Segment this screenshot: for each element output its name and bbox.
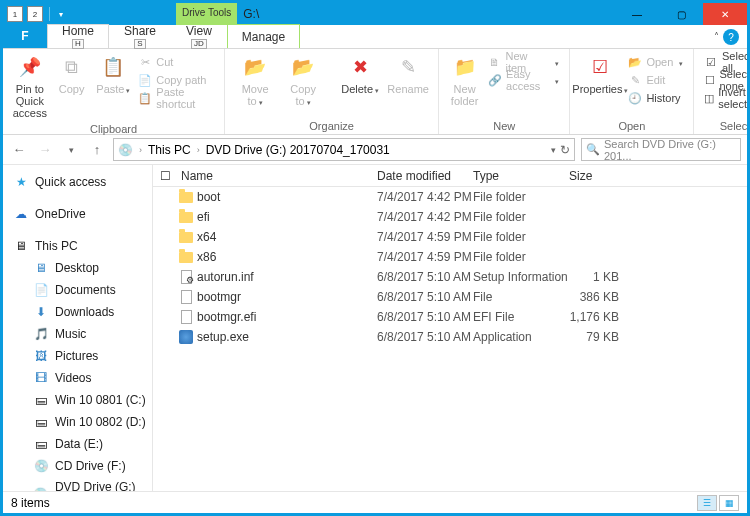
- file-size: 79 KB: [569, 330, 625, 344]
- copy-to-button[interactable]: 📂Copy to: [279, 51, 327, 111]
- paste-label: Paste: [96, 83, 130, 97]
- file-row[interactable]: bootmgr.efi6/8/2017 5:10 AMEFI File1,176…: [153, 307, 747, 327]
- nav-pictures[interactable]: Pictures: [3, 345, 152, 367]
- properties-button[interactable]: ☑Properties: [576, 51, 624, 99]
- file-tab[interactable]: F: [3, 24, 47, 48]
- rename-icon: ✎: [393, 53, 423, 81]
- pin-icon: 📌: [15, 53, 45, 81]
- file-rows: boot7/4/2017 4:42 PMFile folderefi7/4/20…: [153, 187, 747, 491]
- pictures-icon: [33, 348, 49, 364]
- nav-drive-g[interactable]: DVD Drive (G:) 20: [3, 477, 152, 491]
- qat-dropdown-icon[interactable]: ▾: [56, 6, 66, 22]
- nav-label: Pictures: [55, 349, 98, 363]
- title-bar: 1 2 ▾ Drive Tools G:\ — ▢ ✕: [3, 3, 747, 25]
- delete-label: Delete: [341, 83, 379, 97]
- paste-shortcut-button[interactable]: 📋Paste shortcut: [138, 89, 214, 107]
- copy-button[interactable]: ⧉ Copy: [51, 51, 93, 97]
- history-label: History: [646, 92, 680, 104]
- edit-label: Edit: [646, 74, 665, 86]
- nav-desktop[interactable]: Desktop: [3, 257, 152, 279]
- nav-label: Downloads: [55, 305, 114, 319]
- file-date: 7/4/2017 4:59 PM: [377, 250, 473, 264]
- file-name: bootmgr.efi: [195, 310, 377, 324]
- file-row[interactable]: autorun.inf6/8/2017 5:10 AMSetup Informa…: [153, 267, 747, 287]
- manage-tab[interactable]: Manage: [227, 24, 300, 48]
- delete-button[interactable]: ✖Delete: [336, 51, 384, 99]
- column-header-type[interactable]: Type: [473, 169, 569, 183]
- file-row[interactable]: x647/4/2017 4:59 PMFile folder: [153, 227, 747, 247]
- share-tab[interactable]: Share S: [109, 24, 171, 48]
- history-button[interactable]: 🕘History: [628, 89, 683, 107]
- collapse-ribbon-icon[interactable]: ˄: [714, 31, 719, 42]
- drive-tools-context-tab: Drive Tools: [176, 3, 237, 25]
- open-button[interactable]: 📂Open: [628, 53, 683, 71]
- address-dropdown-icon[interactable]: ▾: [551, 145, 556, 155]
- pin-to-quick-access-button[interactable]: 📌 Pin to Quick access: [9, 51, 51, 121]
- file-type: File folder: [473, 230, 569, 244]
- breadcrumb-this-pc[interactable]: This PC: [148, 143, 191, 157]
- search-box[interactable]: 🔍 Search DVD Drive (G:) 201...: [581, 138, 741, 161]
- large-icons-view-button[interactable]: ▦: [719, 495, 739, 511]
- easy-access-button[interactable]: 🔗Easy access: [488, 71, 559, 89]
- file-row[interactable]: x867/4/2017 4:59 PMFile folder: [153, 247, 747, 267]
- select-all-checkbox[interactable]: ☐: [153, 169, 177, 183]
- settings-file-icon: [181, 270, 192, 284]
- column-header-date[interactable]: Date modified: [377, 169, 473, 183]
- details-view-button[interactable]: ☰: [697, 495, 717, 511]
- chevron-down-icon: [553, 56, 559, 68]
- nav-drive-e[interactable]: Data (E:): [3, 433, 152, 455]
- forward-button[interactable]: →: [35, 140, 55, 160]
- cut-button[interactable]: ✂Cut: [138, 53, 214, 71]
- qat-item-2[interactable]: 2: [27, 6, 43, 22]
- copy-path-label: Copy path: [156, 74, 206, 86]
- move-to-button[interactable]: 📂Move to: [231, 51, 279, 111]
- address-bar[interactable]: › This PC › DVD Drive (G:) 20170704_1700…: [113, 138, 575, 161]
- qat-item-1[interactable]: 1: [7, 6, 23, 22]
- cut-label: Cut: [156, 56, 173, 68]
- nav-drive-d[interactable]: Win 10 0802 (D:): [3, 411, 152, 433]
- breadcrumb-drive[interactable]: DVD Drive (G:) 20170704_170031: [206, 143, 390, 157]
- nav-label: Win 10 0802 (D:): [55, 415, 146, 429]
- nav-this-pc[interactable]: This PC: [3, 235, 152, 257]
- disc-icon: [33, 458, 49, 474]
- home-tab-hotkey: H: [72, 39, 84, 49]
- view-tab-label: View: [186, 24, 212, 38]
- nav-drive-f[interactable]: CD Drive (F:): [3, 455, 152, 477]
- file-icon: [181, 290, 192, 304]
- nav-quick-access[interactable]: Quick access: [3, 171, 152, 193]
- invert-selection-button[interactable]: ◫Invert selection: [704, 89, 750, 107]
- edit-button[interactable]: ✎Edit: [628, 71, 683, 89]
- close-button[interactable]: ✕: [703, 3, 747, 25]
- file-row[interactable]: efi7/4/2017 4:42 PMFile folder: [153, 207, 747, 227]
- edit-icon: ✎: [628, 73, 642, 87]
- paste-button[interactable]: 📋 Paste: [93, 51, 135, 99]
- maximize-button[interactable]: ▢: [659, 3, 703, 25]
- recent-locations-button[interactable]: ▾: [61, 140, 81, 160]
- file-row[interactable]: boot7/4/2017 4:42 PMFile folder: [153, 187, 747, 207]
- new-folder-button[interactable]: 📁New folder: [445, 51, 484, 109]
- nav-videos[interactable]: Videos: [3, 367, 152, 389]
- nav-label: Quick access: [35, 175, 106, 189]
- file-date: 6/8/2017 5:10 AM: [377, 290, 473, 304]
- nav-onedrive[interactable]: OneDrive: [3, 203, 152, 225]
- star-icon: [13, 174, 29, 190]
- column-header-name[interactable]: Name: [177, 169, 377, 183]
- nav-documents[interactable]: Documents: [3, 279, 152, 301]
- back-button[interactable]: ←: [9, 140, 29, 160]
- nav-downloads[interactable]: Downloads: [3, 301, 152, 323]
- file-row[interactable]: setup.exe6/8/2017 5:10 AMApplication79 K…: [153, 327, 747, 347]
- refresh-icon[interactable]: ↻: [560, 143, 570, 157]
- rename-button[interactable]: ✎Rename: [384, 51, 432, 97]
- nav-music[interactable]: Music: [3, 323, 152, 345]
- home-tab[interactable]: Home H: [47, 24, 109, 48]
- file-row[interactable]: bootmgr6/8/2017 5:10 AMFile386 KB: [153, 287, 747, 307]
- view-tab[interactable]: View JD: [171, 24, 227, 48]
- nav-label: Win 10 0801 (C:): [55, 393, 146, 407]
- up-button[interactable]: ↑: [87, 140, 107, 160]
- nav-drive-c[interactable]: Win 10 0801 (C:): [3, 389, 152, 411]
- file-type: File folder: [473, 210, 569, 224]
- minimize-button[interactable]: —: [615, 3, 659, 25]
- help-icon[interactable]: ?: [723, 29, 739, 45]
- column-header-size[interactable]: Size: [569, 169, 625, 183]
- status-bar: 8 items ☰ ▦: [3, 491, 747, 513]
